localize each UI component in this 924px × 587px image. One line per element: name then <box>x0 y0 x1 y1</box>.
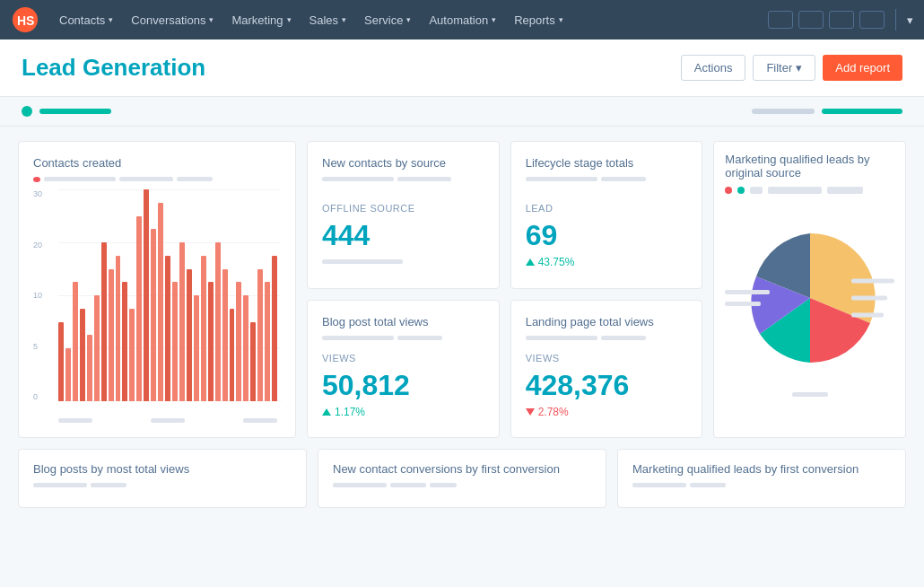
blog-post-subtitle: VIEWS <box>322 353 484 364</box>
bar-chart-bar <box>136 216 142 402</box>
chevron-down-icon: ▾ <box>287 15 292 24</box>
filter-button[interactable]: Filter ▾ <box>753 55 815 81</box>
bar-chart-bar <box>165 256 170 401</box>
nav-sales[interactable]: Sales ▾ <box>301 0 356 39</box>
trend-down-icon <box>526 408 535 416</box>
mql-legend <box>725 187 894 194</box>
bar-chart-bar <box>208 282 214 401</box>
main-content: Contacts created 30 20 <box>0 127 924 522</box>
new-contacts-subtitle: OFFLINE SOURCE <box>322 203 484 214</box>
legend-bar-3 <box>750 187 763 194</box>
bar-chart-bar <box>94 295 100 401</box>
bar-chart-bar <box>116 256 121 401</box>
new-contacts-bar <box>322 259 403 264</box>
chevron-down-icon: ▾ <box>342 15 346 24</box>
lifecycle-value: 69 <box>526 219 688 252</box>
legend-bar-4 <box>768 187 822 194</box>
lifecycle-card: Lifecycle stage totals LEAD 69 43.75% <box>510 141 703 289</box>
nav-service[interactable]: Service ▾ <box>355 0 420 39</box>
new-contacts-bars <box>322 177 484 181</box>
bar-chart-bar <box>194 295 199 401</box>
lifecycle-bars <box>526 177 688 181</box>
new-contacts-title: New contacts by source <box>322 156 484 170</box>
pie-right-labels <box>851 279 894 318</box>
nav-icon-3[interactable] <box>829 11 854 29</box>
bar-chart-bar <box>236 282 241 401</box>
pie-label-bar-1 <box>725 290 770 294</box>
bar-chart-bar <box>144 189 149 401</box>
landing-page-change: 2.78% <box>526 406 688 418</box>
nav-automation[interactable]: Automation ▾ <box>420 0 505 39</box>
chevron-down-icon: ▾ <box>209 15 214 24</box>
bottom-card-3-title: Marketing qualified leads by first conve… <box>632 462 891 476</box>
legend-dot-2 <box>737 187 745 194</box>
blog-post-card: Blog post total views VIEWS 50,812 1.17% <box>307 300 500 439</box>
nav-marketing[interactable]: Marketing ▾ <box>222 0 300 39</box>
bar-chart-bar <box>257 269 263 402</box>
lifecycle-change: 43.75% <box>526 256 688 268</box>
svg-text:HS: HS <box>17 13 34 28</box>
filter-range-pill[interactable] <box>822 109 902 114</box>
pie-right-label-1 <box>851 279 894 284</box>
filter-date-pill[interactable] <box>752 109 815 114</box>
new-contacts-card: New contacts by source OFFLINE SOURCE 44… <box>307 141 500 289</box>
pie-bottom-label <box>792 392 828 397</box>
new-contacts-value: 444 <box>322 219 484 252</box>
chevron-down-icon: ▾ <box>796 61 802 74</box>
contacts-created-title: Contacts created <box>33 156 281 170</box>
bar-chart-bar <box>109 269 114 402</box>
nav-icon-2[interactable] <box>798 11 824 29</box>
nav-more[interactable]: ▾ <box>907 13 913 27</box>
nav-icon-1[interactable] <box>768 11 793 29</box>
nav-reports[interactable]: Reports ▾ <box>505 0 572 39</box>
legend-dot-1 <box>725 187 732 194</box>
pie-right-label-2 <box>851 296 887 301</box>
trend-up-icon <box>526 258 535 266</box>
bottom-grid: Blog posts by most total views New conta… <box>18 449 906 508</box>
pie-label-bar-2 <box>725 302 761 306</box>
nav-icon-4[interactable] <box>859 11 885 29</box>
legend-bar-5 <box>827 187 863 194</box>
contacts-bar-chart <box>58 189 277 401</box>
pie-left-labels <box>725 290 770 306</box>
nav-contacts[interactable]: Contacts ▾ <box>50 0 122 39</box>
nav-divider <box>895 9 896 31</box>
bottom-card-1-title: Blog posts by most total views <box>33 462 292 476</box>
bottom-card-2-title: New contact conversions by first convers… <box>333 462 591 476</box>
bar-chart-bar <box>80 309 85 401</box>
page-header: Lead Generation Actions Filter ▾ Add rep… <box>0 39 924 97</box>
add-report-button[interactable]: Add report <box>823 55 902 81</box>
chevron-down-icon: ▾ <box>406 15 411 24</box>
bar-chart-bar <box>65 348 71 401</box>
bar-chart-bar <box>215 242 221 401</box>
contacts-created-card: Contacts created 30 20 <box>18 141 296 438</box>
header-actions: Actions Filter ▾ Add report <box>681 55 902 81</box>
chevron-down-icon: ▾ <box>109 15 113 24</box>
nav-right-icons: ▾ <box>768 9 913 31</box>
bar-chart-bar <box>230 309 235 401</box>
contacts-filter-bars <box>33 177 281 182</box>
filter-right <box>752 109 902 114</box>
navbar: HS Contacts ▾ Conversations ▾ Marketing … <box>0 0 924 39</box>
bar-chart-bar <box>158 203 163 401</box>
bar-chart-bar <box>129 309 135 401</box>
actions-button[interactable]: Actions <box>681 55 746 81</box>
landing-page-subtitle: VIEWS <box>526 353 688 364</box>
filter-active-tag[interactable] <box>39 109 111 114</box>
mql-card: Marketing qualified leads by original so… <box>713 141 906 438</box>
hubspot-logo[interactable]: HS <box>11 5 39 34</box>
bar-chart-bar <box>265 282 270 401</box>
blog-post-bars <box>322 336 484 340</box>
landing-page-bars <box>526 336 688 340</box>
pie-chart-container <box>725 199 894 397</box>
chevron-down-icon: ▾ <box>492 15 496 24</box>
bar-chart-bar <box>172 282 178 401</box>
reports-grid: Contacts created 30 20 <box>18 141 906 438</box>
nav-conversations[interactable]: Conversations ▾ <box>122 0 222 39</box>
blog-post-change: 1.17% <box>322 406 484 418</box>
bar-chart-bar <box>201 256 206 401</box>
filter-bar <box>0 97 924 127</box>
trend-up-icon <box>322 408 331 416</box>
bar-chart-bar <box>187 269 192 402</box>
bar-chart-bar <box>179 242 185 401</box>
